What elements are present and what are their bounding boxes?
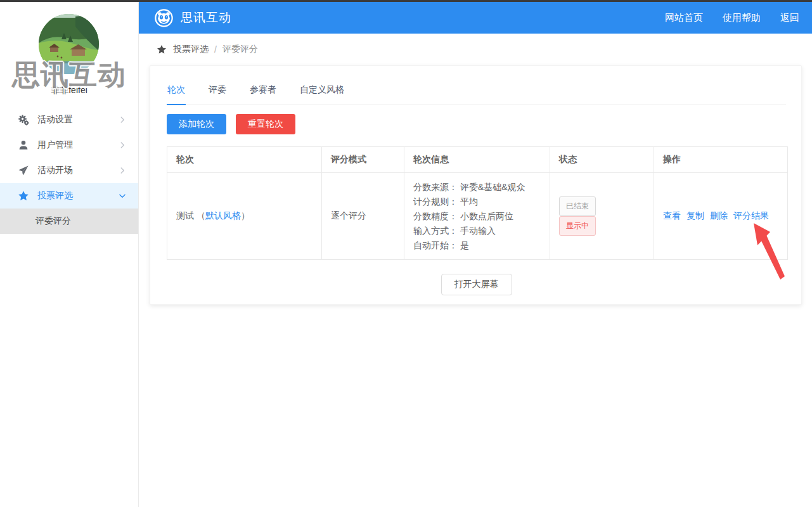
sidebar-subitem-label: 评委评分 [35, 215, 71, 227]
toolbar: 添加轮次 重置轮次 [167, 114, 786, 134]
col-header-info: 轮次信息 [404, 147, 550, 173]
nav-link-back[interactable]: 返回 [780, 12, 799, 24]
content-card: 轮次 评委 参赛者 自定义风格 添加轮次 重置轮次 轮次 评分模式 轮次信息 状… [150, 65, 802, 305]
add-round-button[interactable]: 添加轮次 [167, 114, 226, 134]
star-icon [18, 190, 29, 202]
info-line-scoring-rule: 计分规则： 平均 [413, 195, 541, 209]
star-breadcrumb-icon [157, 44, 167, 55]
big-screen-row: 打开大屏幕 [167, 274, 786, 295]
window-top-strip [0, 0, 812, 2]
tab-judges[interactable]: 评委 [208, 79, 227, 105]
cell-operations: 查看复制删除评分结果 [654, 173, 788, 260]
view-link[interactable]: 查看 [663, 210, 681, 221]
chevron-down-icon [118, 191, 127, 200]
app-header: 思讯互动 网站首页 使用帮助 返回 [139, 2, 812, 34]
open-big-screen-button[interactable]: 打开大屏幕 [441, 274, 512, 295]
user-icon [18, 139, 29, 151]
breadcrumb-separator: / [214, 44, 217, 55]
tabs: 轮次 评委 参赛者 自定义风格 [167, 79, 786, 105]
info-line-score-source: 分数来源： 评委&基础&观众 [413, 180, 541, 195]
col-header-mode: 评分模式 [322, 147, 404, 173]
sidebar-item-voting[interactable]: 投票评选 [0, 183, 138, 209]
sidebar-item-label: 活动设置 [37, 114, 73, 125]
paren-open: （ [197, 210, 205, 221]
rounds-table: 轮次 评分模式 轮次信息 状态 操作 测试 （默认风格） 逐个评分 分数来源： … [167, 146, 788, 260]
gears-icon [18, 114, 29, 125]
status-badge-displaying[interactable]: 显示中 [559, 216, 596, 236]
sidebar-item-label: 用户管理 [37, 139, 73, 151]
info-line-precision: 分数精度： 小数点后两位 [413, 209, 541, 224]
table-header-row: 轮次 评分模式 轮次信息 状态 操作 [167, 147, 788, 173]
sidebar-item-activity-settings[interactable]: 活动设置 [0, 107, 138, 132]
avatar[interactable] [39, 14, 99, 74]
info-line-input-method: 输入方式： 手动输入 [413, 224, 541, 238]
mascot-logo-icon [154, 8, 174, 28]
sidebar-item-activity-opening[interactable]: 活动开场 [0, 158, 138, 183]
nav-link-help[interactable]: 使用帮助 [723, 12, 761, 24]
sidebar-subitem-judge-scoring[interactable]: 评委评分 [0, 209, 138, 234]
sidebar-item-user-management[interactable]: 用户管理 [0, 132, 138, 158]
cell-status: 已结束显示中 [550, 173, 654, 260]
col-header-status: 状态 [550, 147, 654, 173]
avatar-landscape-image [39, 14, 99, 74]
sidebar-item-label: 投票评选 [37, 190, 73, 202]
table-row: 测试 （默认风格） 逐个评分 分数来源： 评委&基础&观众 计分规则： 平均 分… [167, 173, 788, 260]
tab-contestants[interactable]: 参赛者 [249, 79, 277, 105]
delete-link[interactable]: 删除 [710, 210, 728, 221]
status-badge-ended[interactable]: 已结束 [559, 196, 596, 216]
chevron-right-icon [118, 115, 127, 124]
nav-link-home[interactable]: 网站首页 [665, 12, 703, 24]
sidebar-menu: 活动设置 用户管理 活动开场 [0, 107, 138, 234]
app-title: 思讯互动 [181, 10, 231, 26]
cell-scoring-mode: 逐个评分 [322, 173, 404, 260]
header-nav: 网站首页 使用帮助 返回 [645, 12, 799, 24]
col-header-round: 轮次 [167, 147, 322, 173]
paren-close: ） [241, 210, 250, 221]
username: 菲菲feifei [0, 85, 138, 96]
breadcrumb: 投票评选 / 评委评分 [139, 34, 812, 65]
score-result-link[interactable]: 评分结果 [733, 210, 769, 221]
cell-round-name: 测试 （默认风格） [167, 173, 322, 260]
cell-round-info: 分数来源： 评委&基础&观众 计分规则： 平均 分数精度： 小数点后两位 输入方… [404, 173, 550, 260]
scoring-mode: 逐个评分 [331, 210, 366, 221]
info-line-auto-start: 自动开始： 是 [413, 238, 541, 253]
default-style-link[interactable]: 默认风格 [205, 210, 241, 221]
paper-plane-icon [18, 165, 29, 176]
tab-custom-style[interactable]: 自定义风格 [299, 79, 345, 105]
chevron-right-icon [118, 141, 127, 150]
brand[interactable]: 思讯互动 [154, 8, 231, 28]
sidebar-item-label: 活动开场 [37, 165, 73, 176]
round-name: 测试 [176, 210, 194, 221]
breadcrumb-current: 评委评分 [222, 44, 258, 55]
breadcrumb-section[interactable]: 投票评选 [173, 44, 209, 55]
profile-zone: 思讯互动 菲菲feifei [0, 2, 138, 105]
col-header-operations: 操作 [654, 147, 788, 173]
chevron-right-icon [118, 166, 127, 175]
tab-rounds[interactable]: 轮次 [167, 79, 186, 105]
reset-round-button[interactable]: 重置轮次 [236, 114, 295, 134]
sidebar: 思讯互动 菲菲feifei [0, 2, 139, 507]
copy-link[interactable]: 复制 [686, 210, 704, 221]
